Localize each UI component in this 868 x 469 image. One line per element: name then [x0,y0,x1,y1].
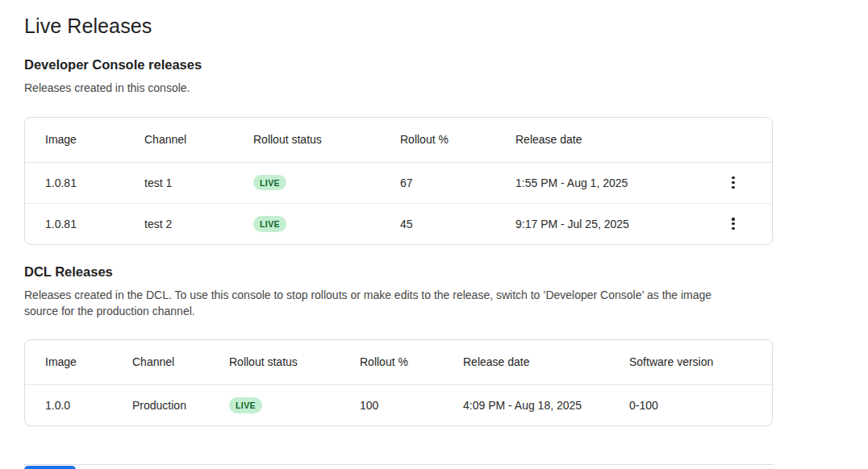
dev-console-releases-table: Image Channel Rollout status Rollout % R… [24,117,773,245]
column-header-rollout-percent: Rollout % [400,118,515,162]
rollout-percent-cell: 67 [400,162,515,203]
column-header-image: Image [25,118,144,162]
rollout-percent-cell: 100 [360,384,463,425]
table-header-row: Image Channel Rollout status Rollout % R… [25,340,773,384]
rollout-status-cell: LIVE [253,203,400,244]
column-header-release-date: Release date [515,118,717,162]
channel-cell: test 2 [144,203,253,244]
image-cell: 1.0.81 [25,162,144,203]
column-header-actions [717,118,773,162]
image-cell: 1.0.0 [25,384,132,425]
image-cell: 1.0.81 [25,203,144,244]
dev-console-section-heading: Developer Console releases [24,57,844,73]
status-badge: LIVE [253,216,286,232]
rollout-status-cell: LIVE [253,162,400,203]
dev-console-section-description: Releases created in this console. [24,80,746,96]
column-header-rollout-status: Rollout status [253,118,400,162]
bottom-divider [24,464,773,465]
release-date-cell: 1:55 PM - Aug 1, 2025 [515,162,717,203]
table-row: 1.0.0 Production LIVE 100 4:09 PM - Aug … [25,384,773,425]
column-header-software-version: Software version [629,340,773,384]
rollout-percent-cell: 45 [400,203,515,244]
column-header-channel: Channel [144,118,253,162]
table-row: 1.0.81 test 1 LIVE 67 1:55 PM - Aug 1, 2… [25,162,773,203]
column-header-rollout-status: Rollout status [229,340,360,384]
dcl-section-heading: DCL Releases [24,264,844,280]
column-header-image: Image [25,340,132,384]
software-version-cell: 0-100 [629,384,773,425]
page-title: Live Releases [24,15,844,38]
channel-cell: test 1 [144,162,253,203]
column-header-rollout-percent: Rollout % [360,340,463,384]
row-actions-cell [717,203,773,244]
dcl-section-description: Releases created in the DCL. To use this… [24,287,746,319]
partial-blue-button[interactable] [24,466,76,469]
column-header-release-date: Release date [463,340,629,384]
status-badge: LIVE [229,397,262,413]
table-header-row: Image Channel Rollout status Rollout % R… [25,118,773,162]
kebab-menu-icon[interactable] [724,173,743,193]
status-badge: LIVE [253,175,286,191]
rollout-status-cell: LIVE [229,384,360,425]
table-row: 1.0.81 test 2 LIVE 45 9:17 PM - Jul 25, … [25,203,773,244]
dcl-releases-table: Image Channel Rollout status Rollout % R… [24,339,773,426]
channel-cell: Production [132,384,229,425]
column-header-channel: Channel [132,340,229,384]
release-date-cell: 4:09 PM - Aug 18, 2025 [463,384,629,425]
kebab-menu-icon[interactable] [724,214,743,234]
main-content: Live Releases Developer Console releases… [0,15,868,426]
row-actions-cell [717,162,773,203]
release-date-cell: 9:17 PM - Jul 25, 2025 [515,203,717,244]
